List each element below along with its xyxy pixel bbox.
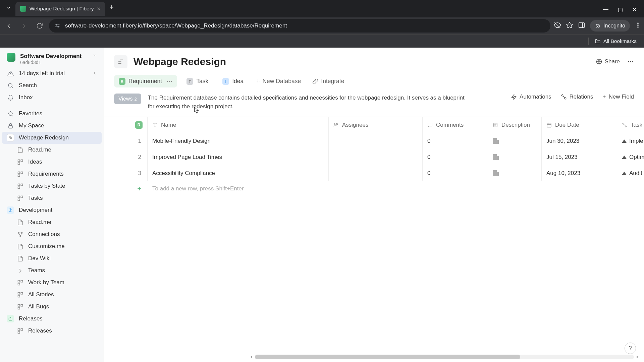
sidebar-item-tasks-by-state[interactable]: Tasks by State [2,180,102,192]
cell-description[interactable] [488,165,542,181]
add-row-plus-icon[interactable]: + [104,184,148,193]
sidebar-item-teams[interactable]: Teams [2,264,102,277]
cell-name[interactable]: Improved Page Load Times [148,149,329,165]
column-header-description[interactable]: Description [488,117,542,133]
row-number[interactable]: 2 [104,149,148,165]
tracking-icon[interactable] [554,21,561,30]
db-badge-icon: R [135,121,143,129]
sidebar-item-dev-wiki[interactable]: Dev Wiki [2,252,102,264]
svg-line-17 [12,87,13,88]
column-header-task[interactable]: Task [617,117,644,133]
sidebar-item-readme[interactable]: Read.me [2,144,102,156]
svg-rect-53 [18,328,20,330]
new-database-button[interactable]: +New Database [253,75,304,87]
svg-rect-50 [21,304,23,306]
tab-close-button[interactable]: × [97,5,101,12]
sidebar-space-development[interactable]: Development [2,204,102,216]
window-close-button[interactable]: ✕ [632,6,637,13]
cell-description[interactable] [488,149,542,165]
sidebar-item-ideas[interactable]: Ideas [2,156,102,168]
db-tab-requirement[interactable]: R Requirement ⋯ [114,75,177,87]
sidebar-item-tasks[interactable]: Tasks [2,192,102,204]
cell-description[interactable] [488,133,542,149]
page-menu-button[interactable] [627,58,634,65]
cell-name[interactable]: Accessibility Compliance [148,165,329,181]
cell-comments[interactable]: 0 [423,133,488,149]
relations-button[interactable]: Relations [561,94,593,100]
automations-button[interactable]: Automations [511,94,551,100]
scrollbar-thumb[interactable] [255,355,520,359]
cell-due-date[interactable]: Jun 30, 2023 [542,133,617,149]
sidebar-item-connections[interactable]: Connections [2,228,102,240]
sidebar-item-releases[interactable]: Releases [2,325,102,337]
board-icon [17,182,23,190]
sidebar-item-work-by-team[interactable]: Work by Team [2,277,102,289]
sidebar-item-dev-readme[interactable]: Read.me [2,216,102,228]
cell-task[interactable]: Optim [617,149,644,165]
all-bookmarks-button[interactable]: All Bookmarks [595,38,637,44]
sidebar-item-all-stories[interactable]: All Stories [2,289,102,301]
db-tab-task[interactable]: T Task [182,75,213,87]
cell-comments[interactable]: 0 [423,165,488,181]
nav-reload-button[interactable] [34,20,46,32]
window-maximize-button[interactable]: ▢ [618,6,623,13]
incognito-indicator[interactable]: Incognito [590,20,630,32]
new-field-button[interactable]: +New Field [602,94,634,100]
browser-menu-button[interactable] [635,22,641,30]
svg-rect-27 [21,172,23,174]
svg-point-69 [334,123,336,125]
share-button[interactable]: Share [596,58,620,65]
db-badge-icon: R [119,78,125,85]
trial-notice[interactable]: 14 days left in trial [2,67,102,79]
address-bar[interactable]: software-development.fibery.io/fibery/sp… [49,19,550,33]
horizontal-scrollbar[interactable]: ◂ ▸ [255,355,634,359]
window-minimize-button[interactable]: ― [603,6,608,13]
cell-task[interactable]: Audit [617,165,644,181]
site-settings-icon[interactable] [54,23,60,29]
svg-rect-55 [18,331,20,334]
integrate-button[interactable]: Integrate [309,75,347,87]
column-header-assignees[interactable]: Assignees [329,117,423,133]
new-tab-button[interactable]: + [109,3,114,12]
nav-forward-button[interactable] [18,20,30,32]
db-tab-menu-icon[interactable]: ⋯ [166,78,172,85]
browser-tab-active[interactable]: Webpage Redesign | Fibery × [15,2,105,16]
add-row[interactable]: + To add a new row, press Shift+Enter [104,181,644,196]
sidepanel-icon[interactable] [578,21,585,30]
sidebar-favorites[interactable]: Favorites [2,108,102,120]
sidebar-space-releases[interactable]: Releases [2,313,102,325]
cell-assignees[interactable] [329,165,423,181]
tab-search-dropdown[interactable] [3,2,14,13]
sidebar-my-space[interactable]: My Space [2,120,102,132]
sidebar-search[interactable]: Search [2,79,102,92]
nav-back-button[interactable] [3,20,15,32]
column-header-comments[interactable]: Comments [423,117,488,133]
database-description[interactable]: The Requirement database contains detail… [148,94,470,111]
cell-assignees[interactable] [329,149,423,165]
workspace-switcher[interactable]: Software Development 6ad8d3d1 [2,50,102,67]
views-button[interactable]: Views2 [114,94,141,104]
workspace-dropdown-icon[interactable] [92,53,97,59]
sidebar-item-customize[interactable]: Customize.me [2,240,102,252]
sidebar-item-all-bugs[interactable]: All Bugs [2,301,102,313]
cell-assignees[interactable] [329,133,423,149]
sidebar-inbox[interactable]: Inbox [2,92,102,104]
sidebar-space-webpage-redesign[interactable]: Webpage Redesign [2,132,102,144]
svg-point-62 [632,61,633,62]
db-tab-idea[interactable]: I Idea [218,75,248,87]
column-header-name[interactable]: Name [148,117,329,133]
cell-comments[interactable]: 0 [423,149,488,165]
help-button[interactable]: ? [625,343,636,354]
sidebar-item-requirements[interactable]: Requirements [2,168,102,180]
column-header-due-date[interactable]: Due Date [542,117,617,133]
cell-task[interactable]: Imple [617,133,644,149]
cell-due-date[interactable]: Aug 10, 2023 [542,165,617,181]
cell-name[interactable]: Mobile-Friendly Design [148,133,329,149]
bookmark-star-icon[interactable] [566,21,573,30]
sidebar-collapse-icon[interactable] [92,71,97,76]
cell-due-date[interactable]: Jul 15, 2023 [542,149,617,165]
row-number[interactable]: 3 [104,165,148,181]
bookmark-bar: All Bookmarks [0,34,644,48]
row-number[interactable]: 1 [104,133,148,149]
svg-point-8 [596,26,598,27]
